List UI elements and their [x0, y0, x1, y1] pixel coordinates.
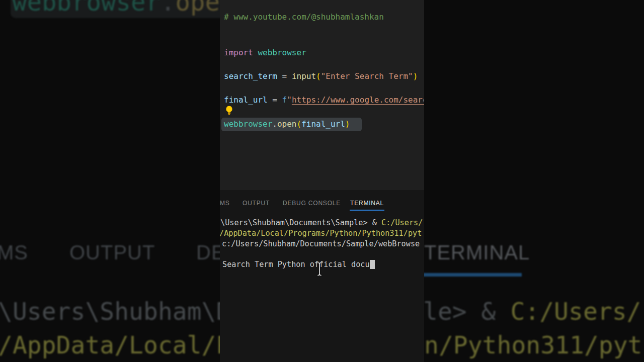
terminal-ampersand: &: [372, 218, 381, 227]
tab-problems-clipped[interactable]: MS: [220, 200, 230, 207]
code-line-comment: # www.youtube.com/@shubhamlashkan: [224, 12, 384, 22]
video-frame: webbrowser.ope MS OUTPUT DE \Users\Shubh…: [0, 0, 644, 362]
terminal-line-script-path: c:/Users/Shubham/Documents/Sample/webBro…: [222, 239, 420, 249]
bg-tab-debug-clipped: DE: [196, 241, 220, 264]
code-line-search-term: search_term = input("Enter Search Term"): [224, 71, 418, 81]
bg-tab-terminal: TERMINAL: [424, 241, 530, 264]
token-module-webbrowser: webbrowser: [224, 119, 272, 129]
token-dot: .: [272, 119, 277, 129]
bg-token-dot: .: [160, 0, 176, 17]
token-fstring-prefix: f: [282, 95, 287, 105]
terminal-input-line: Search Term Python official docu: [222, 259, 370, 269]
terminal-prompt-path: \Users\Shubham\Documents\Sample>: [220, 218, 372, 227]
tab-output[interactable]: OUTPUT: [243, 200, 270, 207]
bg-token-open: ope: [176, 0, 220, 17]
tab-debug-console[interactable]: DEBUG CONSOLE: [283, 200, 341, 207]
background-left-blur: webbrowser.ope MS OUTPUT DE \Users\Shubh…: [0, 0, 220, 362]
bg-code-line-magnified: webbrowser.ope: [12, 0, 220, 15]
bg-terminal-line4: n/Python311/pyt: [424, 333, 642, 357]
background-right-blur: TERMINAL le> & C:/Users/ n/Python311/pyt: [424, 0, 644, 362]
token-function-open: open: [277, 119, 297, 129]
token-comment: # www.youtube.com/@shubhamlashkan: [224, 12, 384, 22]
bg-tab-problems-clipped: MS: [0, 241, 28, 264]
code-line-open-call: webbrowser.open(final_url): [224, 119, 350, 129]
terminal-cursor: [370, 260, 375, 269]
mouse-ibeam-pointer: [316, 262, 323, 278]
terminal-command-path: C:/Users/: [381, 218, 423, 227]
bg-terminal-tab-underline: [424, 273, 522, 277]
token-paren-close: ): [345, 119, 350, 129]
code-line-final-url: final_url = f"https://www.google.com/sea…: [224, 95, 424, 105]
token-paren-close: ): [413, 71, 418, 81]
terminal-line-prompt: \Users\Shubham\Documents\Sample> & C:/Us…: [220, 218, 423, 228]
token-variable-final-url: final_url: [301, 119, 345, 129]
token-quote: ": [287, 95, 292, 105]
active-tab-underline: [350, 210, 384, 211]
token-operator: =: [277, 71, 292, 81]
bg-prompt-tail: le> &: [424, 297, 510, 325]
token-url-link[interactable]: https://www.google.com/searc: [292, 95, 424, 105]
token-keyword-import: import: [224, 48, 253, 57]
token-paren-open: (: [316, 71, 321, 81]
token-function-input: input: [292, 71, 316, 81]
vscode-window: # www.youtube.com/@shubhamlashkan import…: [220, 0, 424, 362]
bg-terminal-line2: /AppData/Local/P: [0, 333, 220, 357]
token-variable-final-url: final_url: [224, 95, 268, 105]
bg-command-start: C:/Users/: [510, 297, 641, 325]
tab-terminal[interactable]: TERMINAL: [350, 200, 384, 207]
code-editor[interactable]: # www.youtube.com/@shubhamlashkan import…: [220, 0, 424, 190]
terminal-line-command-cont: /AppData/Local/Programs/Python/Python311…: [220, 228, 422, 238]
token-operator: =: [268, 95, 282, 105]
bg-terminal-line1: \Users\Shubham\D: [0, 299, 220, 323]
token-variable-search-term: search_term: [224, 71, 277, 81]
bg-tab-output: OUTPUT: [69, 241, 155, 264]
bg-terminal-line3: le> & C:/Users/: [424, 299, 641, 323]
lightbulb-icon[interactable]: [225, 106, 233, 117]
token-string-prompt: "Enter Search Term": [321, 71, 413, 81]
code-line-import: import webbrowser: [224, 48, 306, 57]
token-paren-open: (: [297, 119, 302, 129]
token-module-webbrowser: webbrowser: [253, 48, 306, 57]
bg-token-module: webbrowser: [12, 0, 160, 17]
